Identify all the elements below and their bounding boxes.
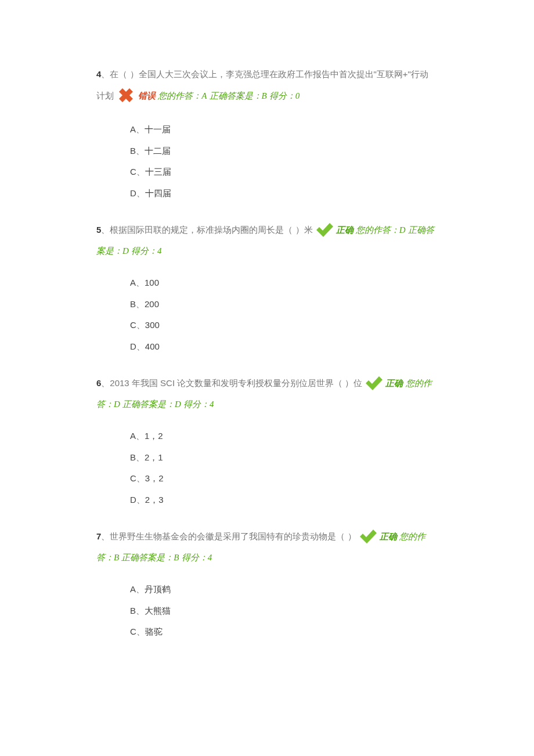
option-text: 100	[145, 278, 159, 287]
option-letter: B	[130, 299, 136, 309]
option-separator: 、	[136, 452, 145, 462]
option-text: 十二届	[145, 146, 171, 156]
status-label: 正确	[385, 379, 403, 388]
question-stem: 7、世界野生生物基金会的会徽是采用了我国特有的珍贵动物是（ ）正确 您的作答：B…	[96, 526, 436, 568]
option-item: B、2，1	[130, 448, 436, 468]
option-separator: 、	[136, 299, 145, 309]
option-text: 十四届	[145, 188, 171, 198]
your-answer: 您的作答：A	[158, 91, 207, 100]
option-letter: B	[130, 146, 136, 156]
status-label: 正确	[380, 532, 397, 541]
option-item: B、大熊猫	[130, 601, 436, 621]
option-text: 3，2	[145, 473, 164, 483]
status-label: 正确	[336, 225, 353, 235]
score: 得分：0	[269, 91, 300, 100]
check-icon	[364, 374, 384, 391]
option-item: C、300	[130, 315, 436, 336]
option-item: A、十一届	[130, 120, 436, 140]
option-letter: B	[130, 606, 136, 615]
option-item: A、丹顶鹤	[130, 579, 436, 600]
option-separator: 、	[136, 167, 145, 177]
option-item: D、2，3	[130, 490, 436, 510]
option-item: D、400	[130, 337, 436, 357]
option-text: 200	[145, 299, 159, 309]
option-text: 2，1	[145, 452, 163, 462]
option-text: 十一届	[145, 124, 171, 134]
correct-answer: 正确答案是：B	[121, 553, 179, 562]
question-stem: 4、在（ ）全国人大三次会议上，李克强总理在政府工作报告中首次提出"互联网+"行…	[96, 64, 436, 108]
option-text: 2，3	[145, 495, 164, 505]
option-separator: 、	[136, 606, 145, 615]
question-block: 7、世界野生生物基金会的会徽是采用了我国特有的珍贵动物是（ ）正确 您的作答：B…	[96, 526, 436, 642]
option-separator: 、	[136, 188, 145, 198]
question-stem: 6、2013 年我国 SCI 论文数量和发明专利授权量分别位居世界（ ）位正确 …	[96, 373, 436, 415]
option-separator: 、	[136, 146, 145, 156]
option-letter: C	[130, 627, 136, 636]
option-separator: 、	[136, 584, 145, 594]
question-block: 6、2013 年我国 SCI 论文数量和发明专利授权量分别位居世界（ ）位正确 …	[96, 373, 436, 510]
options-list: A、丹顶鹤B、大熊猫C、骆驼	[130, 579, 436, 642]
option-text: 300	[145, 320, 160, 330]
option-letter: A	[130, 431, 136, 441]
options-list: A、100B、200C、300D、400	[130, 273, 436, 357]
option-item: D、十四届	[130, 183, 436, 204]
option-letter: D	[130, 188, 136, 198]
question-text: 、根据国际田联的规定，标准操场内圈的周长是（ ）米	[101, 225, 312, 235]
option-text: 400	[145, 341, 160, 351]
option-letter: A	[130, 584, 136, 594]
options-list: A、十一届B、十二届C、十三届D、十四届	[130, 120, 436, 203]
option-separator: 、	[136, 124, 145, 134]
question-text: 、2013 年我国 SCI 论文数量和发明专利授权量分别位居世界（ ）位	[101, 378, 362, 388]
check-icon	[315, 221, 334, 238]
options-list: A、1，2B、2，1C、3，2D、2，3	[130, 426, 436, 510]
option-separator: 、	[136, 320, 145, 330]
option-letter: C	[130, 320, 136, 330]
option-item: B、十二届	[130, 141, 436, 161]
question-stem: 5、根据国际田联的规定，标准操场内圈的周长是（ ）米正确 您的作答：D 正确答案…	[96, 219, 436, 261]
question-block: 5、根据国际田联的规定，标准操场内圈的周长是（ ）米正确 您的作答：D 正确答案…	[96, 219, 436, 357]
option-separator: 、	[136, 473, 145, 483]
option-text: 1，2	[145, 431, 163, 441]
option-item: C、骆驼	[130, 622, 436, 642]
option-separator: 、	[136, 495, 145, 505]
option-letter: C	[130, 473, 136, 483]
correct-answer: 正确答案是：D	[122, 399, 181, 409]
option-letter: D	[130, 495, 136, 505]
quiz-page: 4、在（ ）全国人大三次会议上，李克强总理在政府工作报告中首次提出"互联网+"行…	[0, 0, 534, 682]
your-answer: 您的作答：D	[356, 225, 406, 235]
option-item: B、200	[130, 294, 436, 315]
score: 得分：4	[131, 246, 162, 255]
option-text: 骆驼	[145, 627, 163, 636]
option-letter: D	[130, 341, 136, 351]
status-label: 错误	[138, 91, 156, 100]
option-separator: 、	[136, 341, 145, 351]
option-item: A、100	[130, 273, 436, 293]
correct-answer: 正确答案是：B	[210, 91, 267, 100]
option-letter: A	[130, 278, 136, 287]
option-separator: 、	[136, 431, 145, 441]
cross-icon	[116, 85, 136, 106]
score: 得分：4	[182, 553, 212, 562]
score: 得分：4	[183, 399, 214, 409]
option-separator: 、	[136, 278, 145, 287]
question-text: 、世界野生生物基金会的会徽是采用了我国特有的珍贵动物是（ ）	[101, 531, 356, 541]
option-letter: C	[130, 167, 136, 177]
option-text: 大熊猫	[145, 606, 171, 615]
option-item: A、1，2	[130, 426, 436, 447]
option-text: 丹顶鹤	[145, 584, 171, 594]
option-item: C、3，2	[130, 469, 436, 489]
question-block: 4、在（ ）全国人大三次会议上，李克强总理在政府工作报告中首次提出"互联网+"行…	[96, 64, 436, 203]
option-letter: B	[130, 452, 136, 462]
option-item: C、十三届	[130, 162, 436, 182]
option-separator: 、	[136, 627, 145, 636]
check-icon	[358, 527, 378, 545]
option-text: 十三届	[145, 167, 171, 177]
option-letter: A	[130, 124, 136, 134]
